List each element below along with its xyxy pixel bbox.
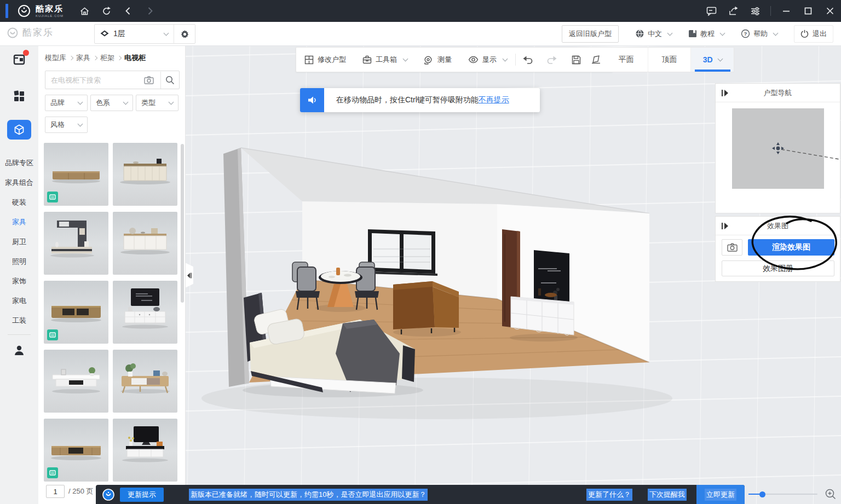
view-tabs: 平面 顶面 3D [605, 47, 734, 72]
language-menu[interactable]: 中文 [635, 29, 672, 39]
page-input[interactable] [46, 485, 65, 498]
display-button[interactable]: 显示 [460, 48, 515, 72]
settings-button[interactable] [744, 0, 766, 22]
rail-item-lighting[interactable]: 照明 [0, 257, 38, 267]
render-panel: 效果图 渲染效果图 效果图册 [715, 216, 840, 282]
camera-icon [727, 243, 738, 252]
titlebar-separator [770, 6, 771, 16]
floor-selector[interactable]: 1层 [95, 25, 174, 43]
search-input[interactable] [45, 76, 142, 84]
search-box [45, 71, 180, 89]
floor-settings-button[interactable] [174, 25, 195, 43]
help-menu[interactable]: ? 帮助 [741, 29, 777, 39]
templates-button[interactable] [0, 89, 38, 102]
tab-3d[interactable]: 3D [690, 48, 734, 72]
product-thumbnail[interactable] [44, 143, 108, 206]
rail-item-home-decor[interactable]: 家饰 [0, 276, 38, 286]
remind-later-button[interactable]: 下次提醒我 [648, 489, 687, 501]
breadcrumb: 模型库 家具 柜架 电视柜 [45, 53, 146, 63]
search-button[interactable] [161, 76, 179, 85]
rail-item-appliances[interactable]: 家电 [0, 296, 38, 306]
render-image-button[interactable]: 渲染效果图 [748, 239, 834, 256]
undo-button[interactable] [516, 48, 540, 72]
floorplan-nav-title: 户型导航 [729, 88, 840, 98]
product-thumbnail[interactable] [113, 281, 177, 344]
zoom-control [748, 488, 837, 500]
filter-style[interactable]: 风格 [45, 117, 88, 133]
camera-position-icon[interactable] [772, 142, 784, 154]
logout-label: 退出 [813, 29, 827, 39]
rail-item-furniture[interactable]: 家具 [0, 217, 38, 227]
breadcrumb-cabinets[interactable]: 柜架 [100, 53, 114, 63]
image-search-button[interactable] [142, 76, 156, 84]
render-album-button[interactable]: 效果图册 [722, 260, 834, 276]
panel-collapse-icon[interactable] [721, 222, 729, 230]
toolbox-button[interactable]: 工具箱 [354, 48, 416, 72]
eraser-icon [591, 55, 601, 64]
close-button[interactable] [819, 0, 841, 22]
toast-dismiss-link[interactable]: 不再提示 [479, 95, 509, 105]
rail-item-commercial[interactable]: 工装 [0, 316, 38, 326]
filter-brand[interactable]: 品牌 [45, 95, 88, 111]
breadcrumb-furniture[interactable]: 家具 [76, 53, 90, 63]
tutorial-menu[interactable]: 教程 [688, 29, 724, 39]
whats-new-button[interactable]: 更新了什么？ [586, 489, 632, 501]
gear-icon [180, 30, 189, 39]
page-total: / 250 页 [68, 486, 94, 496]
modify-layout-label: 修改户型 [318, 55, 346, 65]
measure-button[interactable]: 测量 [416, 48, 460, 72]
chevron-down-icon [164, 31, 169, 36]
zoom-slider-track[interactable] [748, 494, 817, 495]
filter-color[interactable]: 色系 [90, 95, 133, 111]
floor-selector-value: 1层 [113, 29, 162, 39]
refresh-button[interactable] [95, 0, 117, 22]
feedback-button[interactable] [700, 0, 722, 22]
minimize-button[interactable] [775, 0, 797, 22]
zoom-slider-handle[interactable] [759, 491, 765, 497]
redo-button[interactable] [540, 48, 564, 72]
maximize-button[interactable] [797, 0, 819, 22]
breadcrumb-model-library[interactable]: 模型库 [45, 53, 66, 63]
modify-layout-button[interactable]: 修改户型 [296, 48, 354, 72]
product-thumbnail[interactable] [113, 143, 177, 206]
rail-item-furniture-sets[interactable]: 家具组合 [0, 178, 38, 188]
back-to-old-version-button[interactable]: 返回旧版户型 [562, 25, 619, 43]
breadcrumb-tv-cabinet[interactable]: 电视柜 [124, 53, 146, 63]
product-thumbnail[interactable] [44, 350, 108, 413]
filter-type-label: 类型 [141, 98, 155, 108]
update-badge: 更新提示 [120, 488, 164, 502]
catalog-collapse-handle[interactable] [185, 263, 193, 288]
update-now-button[interactable]: 立即更新 [696, 485, 745, 504]
model-library-button[interactable] [7, 120, 31, 140]
rail-item-hard-decor[interactable]: 硬装 [0, 198, 38, 207]
project-button[interactable] [0, 53, 38, 66]
home-button[interactable] [73, 0, 95, 22]
product-thumbnail[interactable] [44, 419, 108, 482]
rail-item-brand-zone[interactable]: 品牌专区 [0, 158, 38, 168]
brand-name: 酷家乐 [36, 4, 64, 13]
product-thumbnail[interactable] [113, 350, 177, 413]
zoom-in-button[interactable] [825, 488, 837, 500]
tab-plan[interactable]: 平面 [605, 48, 648, 72]
filter-type[interactable]: 类型 [136, 95, 178, 111]
logout-button[interactable]: 退出 [794, 25, 833, 43]
product-thumbnail[interactable] [44, 281, 108, 344]
back-button[interactable] [117, 0, 139, 22]
save-button[interactable] [564, 48, 588, 72]
product-thumbnail[interactable] [113, 212, 177, 275]
chevron-down-icon [78, 121, 83, 127]
appbar-logo: 酷家乐 [7, 26, 54, 39]
panel-collapse-icon[interactable] [721, 89, 729, 97]
forward-button[interactable] [139, 0, 161, 22]
catalog-scrollbar[interactable] [181, 144, 184, 303]
floor-selector-group: 1层 [94, 24, 195, 44]
my-account-button[interactable] [0, 344, 38, 356]
product-thumbnail[interactable] [113, 419, 177, 482]
snapshot-button[interactable] [722, 239, 742, 256]
chevron-down-icon [403, 56, 408, 62]
product-thumbnail[interactable] [44, 212, 108, 275]
tab-ceiling[interactable]: 顶面 [648, 48, 691, 72]
rail-item-kitchen-bath[interactable]: 厨卫 [0, 237, 38, 247]
undo-icon [522, 55, 533, 64]
share-button[interactable] [722, 0, 744, 22]
